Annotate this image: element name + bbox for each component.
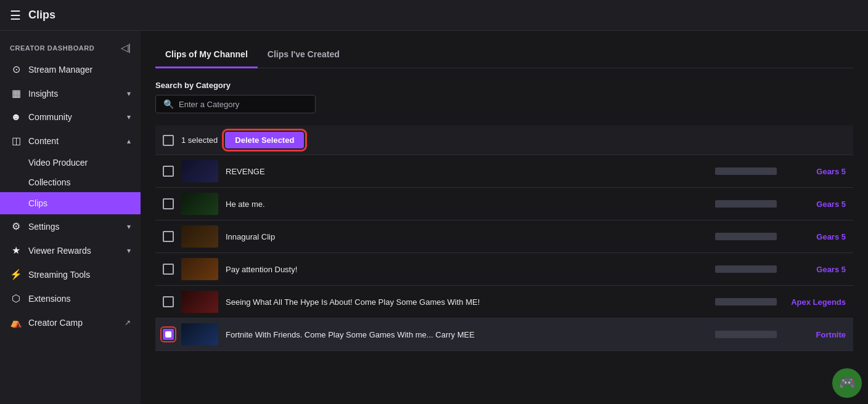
table-row: Pay attention Dusty!Gears 5 — [155, 253, 853, 286]
sidebar-item-extensions[interactable]: ⬡ Extensions — [0, 286, 141, 310]
clip-title: Pay attention Dusty! — [226, 265, 708, 274]
page-title: Clips — [28, 9, 55, 22]
clip-thumbnail — [181, 291, 218, 313]
extensions-icon: ⬡ — [10, 293, 22, 304]
search-label: Search by Category — [155, 81, 853, 90]
selected-count: 1 selected — [181, 135, 218, 145]
delete-selected-button[interactable]: Delete Selected — [225, 132, 304, 148]
clip-thumbnail — [181, 258, 218, 280]
clip-stats — [715, 298, 777, 305]
sidebar-item-viewer-rewards[interactable]: ★ Viewer Rewards ▾ — [0, 238, 141, 262]
select-all-checkbox[interactable] — [163, 135, 174, 146]
clip-stats — [715, 265, 777, 273]
sidebar-item-streaming-tools[interactable]: ⚡ Streaming Tools — [0, 262, 141, 286]
sidebar-item-label: Creator Camp — [28, 318, 118, 328]
sidebar-header: CREATOR DASHBOARD ◁| — [0, 36, 141, 57]
stream-manager-icon: ⊙ — [10, 63, 22, 75]
sidebar-collapse-button[interactable]: ◁| — [121, 42, 131, 54]
sidebar-item-settings[interactable]: ⚙ Settings ▾ — [0, 214, 141, 238]
sidebar-item-creator-camp[interactable]: ⛺ Creator Camp ↗ — [0, 310, 141, 334]
clip-game[interactable]: Apex Legends — [784, 297, 846, 307]
table-row: Fortnite With Friends. Come Play Some Ga… — [155, 318, 853, 351]
tab-clips-of-channel[interactable]: Clips of My Channel — [155, 43, 258, 68]
clip-checkbox[interactable] — [163, 166, 174, 177]
clip-checkbox[interactable] — [163, 296, 174, 307]
clip-title: Seeing What All The Hype Is About! Come … — [226, 297, 708, 307]
sidebar-item-community[interactable]: ☻ Community ▾ — [0, 105, 141, 129]
sidebar-item-collections[interactable]: Collections — [0, 172, 141, 192]
clip-thumbnail — [181, 193, 218, 215]
avatar: 🎮 — [832, 368, 862, 398]
clip-thumbnail — [181, 323, 218, 345]
clip-game[interactable]: Gears 5 — [784, 232, 846, 241]
clip-checkbox[interactable] — [163, 329, 174, 340]
chevron-down-icon: ▾ — [127, 113, 131, 121]
sidebar-item-label: Settings — [28, 222, 121, 232]
clip-thumbnail — [181, 160, 218, 182]
main-layout: CREATOR DASHBOARD ◁| ⊙ Stream Manager ▦ … — [0, 31, 868, 404]
streaming-tools-icon: ⚡ — [10, 269, 22, 280]
sidebar-item-label: Stream Manager — [28, 65, 131, 75]
clip-title: Innagural Clip — [226, 232, 708, 241]
viewer-rewards-icon: ★ — [10, 244, 22, 256]
insights-icon: ▦ — [10, 87, 22, 99]
sidebar-item-label: Streaming Tools — [28, 270, 131, 280]
settings-icon: ⚙ — [10, 220, 22, 232]
clip-checkbox[interactable] — [163, 198, 174, 209]
top-bar: ☰ Clips — [0, 0, 868, 31]
tab-clips-created[interactable]: Clips I've Created — [258, 43, 350, 68]
content-icon: ◫ — [10, 135, 22, 147]
sidebar-item-label: Viewer Rewards — [28, 246, 121, 256]
tabs-bar: Clips of My Channel Clips I've Created — [155, 43, 853, 68]
search-input-wrap: 🔍 — [155, 95, 316, 113]
clip-game[interactable]: Gears 5 — [784, 265, 846, 274]
content-area: Clips of My Channel Clips I've Created S… — [141, 31, 868, 404]
clip-game[interactable]: Fortnite — [784, 330, 846, 339]
sidebar-item-stream-manager[interactable]: ⊙ Stream Manager — [0, 57, 141, 81]
sidebar-item-content[interactable]: ◫ Content ▴ — [0, 129, 141, 153]
sidebar: CREATOR DASHBOARD ◁| ⊙ Stream Manager ▦ … — [0, 31, 141, 404]
creator-camp-icon: ⛺ — [10, 317, 22, 328]
sidebar-item-label: Community — [28, 112, 121, 122]
sidebar-item-label: Collections — [28, 177, 70, 187]
creator-dashboard-label: CREATOR DASHBOARD — [10, 44, 94, 52]
search-input[interactable] — [179, 100, 308, 109]
clip-game[interactable]: Gears 5 — [784, 167, 846, 176]
community-icon: ☻ — [10, 111, 22, 123]
sidebar-item-clips[interactable]: Clips — [0, 192, 141, 214]
table-row: REVENGEGears 5 — [155, 155, 853, 188]
hamburger-icon[interactable]: ☰ — [10, 8, 21, 23]
sidebar-item-video-producer[interactable]: Video Producer — [0, 153, 141, 172]
table-row: He ate me.Gears 5 — [155, 188, 853, 220]
table-row: Innagural ClipGears 5 — [155, 220, 853, 253]
clip-checkbox[interactable] — [163, 264, 174, 275]
sidebar-item-label: Video Producer — [28, 158, 88, 168]
sidebar-item-label: Insights — [28, 89, 121, 99]
clip-stats — [715, 331, 777, 338]
clip-stats — [715, 168, 777, 175]
chevron-down-icon: ▾ — [127, 89, 131, 98]
sidebar-item-label: Clips — [28, 198, 47, 208]
clip-title: Fortnite With Friends. Come Play Some Ga… — [226, 330, 708, 339]
clips-container: Clips of My Channel Clips I've Created S… — [141, 31, 868, 363]
clip-title: He ate me. — [226, 200, 708, 209]
clip-list: REVENGEGears 5He ate me.Gears 5Innagural… — [155, 155, 853, 351]
clip-stats — [715, 233, 777, 240]
table-row: Seeing What All The Hype Is About! Come … — [155, 286, 853, 318]
external-link-icon: ↗ — [125, 318, 131, 327]
chevron-down-icon: ▾ — [127, 246, 131, 255]
sidebar-item-label: Extensions — [28, 294, 131, 304]
search-icon: 🔍 — [163, 99, 174, 109]
clip-checkbox[interactable] — [163, 231, 174, 242]
search-section: Search by Category 🔍 — [155, 81, 853, 113]
chevron-down-icon: ▾ — [127, 222, 131, 231]
clip-game[interactable]: Gears 5 — [784, 200, 846, 209]
sidebar-item-label: Content — [28, 136, 121, 146]
table-header: 1 selected Delete Selected — [155, 126, 853, 155]
sidebar-item-insights[interactable]: ▦ Insights ▾ — [0, 81, 141, 105]
clip-title: REVENGE — [226, 167, 708, 176]
clip-thumbnail — [181, 225, 218, 248]
chevron-up-icon: ▴ — [127, 137, 131, 145]
clip-stats — [715, 200, 777, 208]
